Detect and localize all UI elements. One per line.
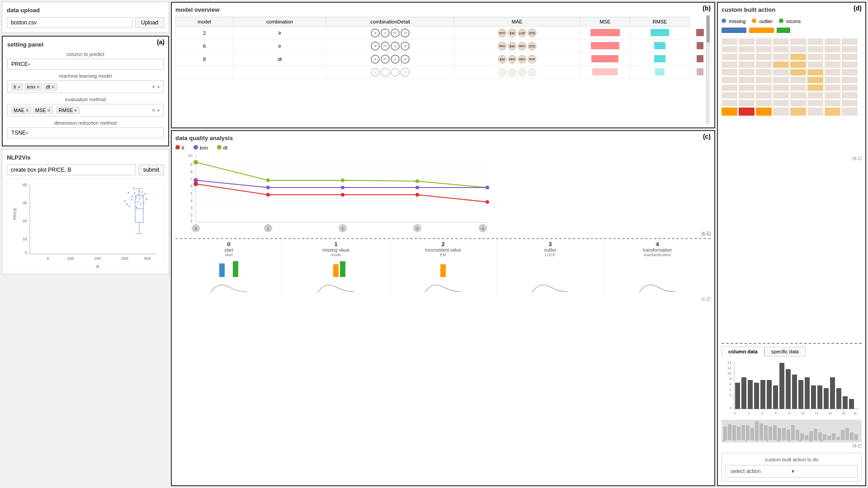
step-2-label: inconsistent value bbox=[425, 248, 461, 253]
nlp-input[interactable] bbox=[7, 164, 136, 175]
svg-point-14 bbox=[136, 197, 137, 198]
icon-neq2: ≠ bbox=[391, 42, 400, 51]
svg-rect-146 bbox=[842, 92, 858, 99]
upload-button[interactable]: Upload bbox=[135, 17, 164, 28]
svg-rect-108 bbox=[739, 61, 755, 68]
detail-icons: EM MEN MEN ROB bbox=[458, 55, 576, 64]
step-4: 4 transformation standardization bbox=[604, 239, 711, 296]
svg-rect-92 bbox=[739, 46, 755, 52]
svg-text:14: 14 bbox=[727, 361, 731, 365]
svg-rect-103 bbox=[790, 54, 806, 60]
svg-rect-117 bbox=[756, 69, 772, 75]
icon-refresh2: ↺ bbox=[401, 42, 410, 51]
nlp-submit-button[interactable]: submit bbox=[138, 164, 164, 175]
dqa-section: data quality analysis (c) lr knn dt 10 9… bbox=[171, 130, 715, 486]
icon-men3: MEN bbox=[508, 55, 517, 64]
svg-text:5: 5 bbox=[190, 191, 193, 196]
icon-men: MEN bbox=[498, 42, 507, 51]
model-table: model combination combinationDetail MAE … bbox=[175, 17, 711, 79]
svg-rect-144 bbox=[807, 92, 823, 99]
file-input[interactable]: boston.csv bbox=[7, 17, 132, 28]
upload-row: boston.csv Upload bbox=[7, 17, 164, 28]
eval-method-tags[interactable]: MAE ✕ MSE ✕ RMSE ✕ ✕ ▾ bbox=[7, 104, 164, 117]
tag-mae-remove[interactable]: ✕ bbox=[25, 108, 29, 113]
ml-model-clear[interactable]: ✕ bbox=[151, 84, 156, 90]
svg-rect-130 bbox=[842, 77, 858, 83]
svg-text:7: 7 bbox=[190, 177, 193, 181]
color-bar-row bbox=[722, 28, 862, 33]
tag-rmse-remove[interactable]: ✕ bbox=[74, 108, 77, 113]
svg-rect-118 bbox=[773, 69, 789, 75]
right-panel: custom built action (d) missing outlier … bbox=[717, 2, 866, 486]
tag-knn: knn ✕ bbox=[25, 83, 42, 90]
panel-label-b: (b) bbox=[703, 5, 711, 12]
svg-rect-208 bbox=[746, 425, 750, 440]
legend-incons: incons bbox=[779, 19, 801, 24]
icon-em: EM bbox=[508, 28, 517, 38]
tag-dt-remove[interactable]: ✕ bbox=[51, 84, 55, 89]
scrollbar-thumb[interactable] bbox=[707, 15, 710, 42]
svg-text:2: 2 bbox=[748, 412, 750, 415]
step-2-sublabel: EM bbox=[440, 253, 446, 257]
icon-men2: MEN bbox=[518, 42, 527, 51]
svg-point-72 bbox=[486, 200, 489, 204]
svg-text:20: 20 bbox=[23, 219, 27, 223]
tag-knn-remove[interactable]: ✕ bbox=[36, 84, 40, 89]
svg-rect-180 bbox=[779, 363, 784, 409]
svg-rect-140 bbox=[739, 92, 755, 99]
svg-rect-183 bbox=[798, 380, 803, 409]
icon-p4a bbox=[498, 68, 507, 77]
svg-text:0: 0 bbox=[47, 256, 49, 261]
svg-rect-213 bbox=[769, 427, 772, 440]
mae-cell bbox=[580, 40, 630, 53]
svg-rect-173 bbox=[735, 383, 740, 409]
svg-text:16: 16 bbox=[842, 412, 845, 415]
svg-rect-100 bbox=[739, 54, 755, 60]
legend-missing-label: missing bbox=[729, 19, 745, 24]
svg-rect-157 bbox=[756, 108, 772, 116]
col-combination-detail: combinationDetail bbox=[326, 17, 454, 27]
ml-model-tags[interactable]: lr ✕ knn ✕ dt ✕ ✕ ▾ bbox=[7, 80, 164, 93]
svg-rect-187 bbox=[824, 388, 829, 409]
svg-rect-179 bbox=[773, 385, 778, 409]
eval-arrow[interactable]: ▾ bbox=[157, 108, 160, 113]
action-placeholder: select action bbox=[731, 468, 792, 474]
svg-point-66 bbox=[415, 186, 419, 189]
svg-text:1: 1 bbox=[267, 226, 269, 231]
left-panel: data upload boston.csv Upload setting pa… bbox=[2, 2, 169, 486]
tab-specific-data[interactable]: specific data bbox=[764, 347, 806, 357]
table-row: ✕ ↺ bbox=[176, 66, 711, 79]
panel-label-d: (d) bbox=[854, 5, 862, 12]
row-id bbox=[176, 66, 233, 79]
svg-text:2: 2 bbox=[730, 393, 732, 397]
tab-column-data[interactable]: column data bbox=[722, 347, 764, 357]
svg-rect-93 bbox=[756, 46, 772, 52]
bar-orange bbox=[440, 264, 446, 277]
svg-point-22 bbox=[131, 199, 132, 201]
tag-mse: MSE ✕ bbox=[33, 107, 53, 114]
svg-rect-150 bbox=[773, 100, 789, 106]
column-predict-dropdown[interactable]: PRICE ▾ bbox=[7, 59, 164, 70]
icon-refresh3: ↺ bbox=[401, 55, 410, 64]
ml-model-arrow[interactable]: ▾ bbox=[157, 84, 160, 89]
svg-rect-111 bbox=[790, 61, 806, 68]
dim-reduction-dropdown[interactable]: TSNE ▾ bbox=[7, 127, 164, 138]
svg-rect-101 bbox=[756, 54, 772, 60]
scrollbar[interactable] bbox=[706, 15, 710, 124]
svg-point-33 bbox=[128, 192, 129, 194]
legend-incons-label: incons bbox=[786, 19, 801, 24]
svg-rect-90 bbox=[842, 38, 858, 45]
mse-cell bbox=[630, 27, 690, 40]
step-0-num: 0 bbox=[227, 241, 230, 248]
svg-rect-121 bbox=[825, 69, 840, 75]
step-2-bars bbox=[440, 259, 446, 277]
step-4-sublabel: standardization bbox=[643, 253, 671, 257]
action-dropdown[interactable]: select action ▾ bbox=[726, 465, 858, 478]
svg-rect-115 bbox=[722, 69, 737, 75]
color-bar-blue bbox=[722, 28, 746, 33]
legend-outlier-label: outlier bbox=[759, 19, 773, 24]
svg-rect-189 bbox=[836, 388, 841, 409]
eval-clear[interactable]: ✕ bbox=[151, 108, 156, 113]
tag-lr-remove[interactable]: ✕ bbox=[17, 84, 21, 89]
tag-mse-remove[interactable]: ✕ bbox=[47, 108, 51, 113]
